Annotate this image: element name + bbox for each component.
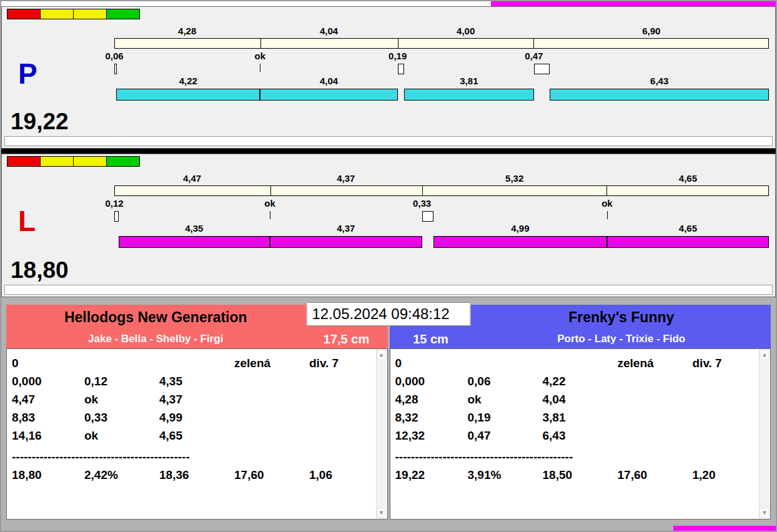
- team-results-table: 0zelenádiv. 70,0000,064,224,28ok4,048,32…: [390, 348, 771, 520]
- fault-labels: 0,12ok0,33ok: [114, 198, 769, 210]
- scroll-down-icon[interactable]: ▼: [377, 508, 387, 518]
- table-row: 14,16ok4,65: [12, 426, 371, 445]
- status-light-strip: [7, 9, 139, 19]
- datetime-display: 12.05.2024 09:48:12: [307, 302, 471, 326]
- scroll-up-icon[interactable]: ▲: [760, 350, 770, 360]
- table-row: 4,47ok4,37: [12, 390, 371, 408]
- table-cell: 4,37: [159, 390, 234, 408]
- run-split-label: 4,04: [260, 76, 397, 86]
- table-cell: 4,28: [395, 390, 468, 408]
- table-row: 19,223,91%18,5017,601,20: [395, 466, 755, 484]
- run-bar-segment: [550, 89, 769, 101]
- table-cell: [84, 354, 159, 372]
- lane-letter: L: [18, 207, 36, 235]
- table-cell: 3,81: [543, 408, 618, 426]
- table-cell: [618, 390, 693, 408]
- table-scrollbar[interactable]: ▲ ▼: [759, 350, 770, 518]
- run-split-label: 4,35: [119, 223, 270, 234]
- plan-bar-tick: [270, 186, 271, 195]
- table-cell: [543, 354, 618, 372]
- run-bar: [114, 236, 769, 248]
- table-cell: 0,19: [468, 408, 543, 426]
- run-split-label: 4,22: [116, 76, 260, 86]
- table-cell: 0,47: [468, 426, 543, 445]
- fault-markers: [114, 63, 769, 76]
- scroll-up-icon[interactable]: ▲: [377, 350, 387, 360]
- run-bar: [114, 89, 769, 101]
- table-cell: [693, 408, 755, 426]
- table-cell: 0,000: [395, 372, 468, 390]
- status-light: [106, 9, 140, 19]
- table-row: 0zelenádiv. 7: [395, 354, 755, 372]
- table-body: 0zelenádiv. 70,0000,124,354,47ok4,378,83…: [12, 354, 371, 484]
- fault-markers: [114, 210, 769, 223]
- table-cell: [309, 372, 371, 390]
- plan-bar-tick: [606, 186, 607, 195]
- table-row: 0,0000,064,22: [395, 372, 755, 390]
- fault-tick: [270, 211, 270, 219]
- table-cell: ok: [84, 390, 159, 408]
- status-light: [73, 9, 107, 19]
- table-cell: 18,36: [159, 466, 234, 484]
- table-cell: [618, 408, 693, 426]
- run-split-labels: 4,354,374,994,65: [114, 223, 769, 235]
- team-name: Frenky's Funny: [472, 309, 771, 326]
- team-height: 15 cm: [390, 332, 472, 347]
- table-cell: [693, 426, 755, 445]
- table-cell: ok: [84, 426, 159, 445]
- team-dogs: Porto - Laty - Trixie - Fido: [472, 333, 771, 345]
- scroll-down-icon[interactable]: ▼: [760, 508, 770, 518]
- status-light-strip: [7, 156, 139, 167]
- table-cell: [309, 390, 371, 408]
- plan-split-label: 4,00: [398, 26, 534, 36]
- table-cell: 4,22: [543, 372, 618, 390]
- status-light: [40, 156, 74, 167]
- lane-bars: 4,284,044,006,90 0,06ok0,190,47 4,224,04…: [114, 26, 769, 101]
- table-row: 8,830,334,99: [12, 408, 371, 426]
- table-cell: 4,04: [543, 390, 618, 408]
- table-scrollbar[interactable]: ▲ ▼: [376, 350, 387, 518]
- team-subtitle-row: Porto - Laty - Trixie - Fido 15 cm: [390, 330, 771, 348]
- table-cell: div. 7: [693, 354, 755, 372]
- bottom-strip-accent: [673, 526, 776, 531]
- run-split-label: 6,43: [550, 76, 769, 86]
- top-strip-accent: [491, 1, 776, 6]
- table-cell: [468, 354, 543, 372]
- fault-box: [534, 64, 550, 74]
- plan-split-label: 4,28: [114, 26, 260, 36]
- table-cell: 0,12: [84, 372, 159, 390]
- table-cell: 18,50: [543, 466, 618, 484]
- bottom-strip: [1, 526, 776, 531]
- team-height: 17,5 cm: [305, 332, 388, 347]
- table-cell: 8,32: [395, 408, 468, 426]
- table-cell: 8,83: [12, 408, 84, 426]
- table-cell: 2,42%: [84, 466, 159, 484]
- top-strip: [1, 1, 776, 6]
- fault-box: [422, 211, 433, 222]
- plan-split-label: 4,04: [260, 26, 397, 36]
- team-subtitle-row: Jake - Bella - Shelby - Firgi 17,5 cm: [6, 330, 388, 348]
- table-cell: 19,22: [395, 466, 468, 484]
- table-cell: ok: [468, 390, 543, 408]
- lane-panel-right: P 4,284,044,006,90 0,06ok0,190,47 4,224,…: [1, 6, 776, 149]
- plan-bar-tick: [422, 186, 423, 195]
- lane-total: 18,80: [11, 259, 69, 282]
- plan-bar: [114, 185, 769, 196]
- table-cell: 4,35: [159, 372, 234, 390]
- run-bar-segment: [270, 236, 422, 248]
- table-row: 0zelenádiv. 7: [12, 354, 371, 372]
- plan-bar: [114, 38, 769, 49]
- table-cell: 3,91%: [468, 466, 543, 484]
- table-cell: [234, 372, 309, 390]
- fault-box: [398, 64, 404, 74]
- table-cell: 17,60: [618, 466, 693, 484]
- table-cell: 18,80: [12, 466, 84, 484]
- table-cell: 0: [12, 354, 84, 372]
- table-row: 0,0000,124,35: [12, 372, 371, 390]
- plan-split-label: 5,32: [422, 173, 607, 184]
- table-cell: 4,65: [159, 426, 234, 445]
- status-light: [7, 156, 41, 167]
- fault-label: ok: [251, 198, 289, 209]
- plan-split-labels: 4,474,375,324,65: [114, 173, 769, 185]
- table-cell: [234, 426, 309, 445]
